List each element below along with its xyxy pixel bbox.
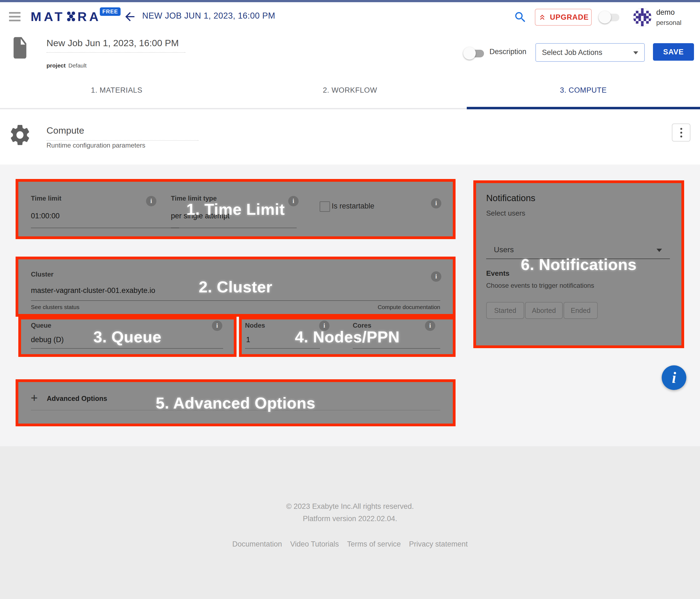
project-value: Default [68, 62, 87, 69]
user-meta[interactable]: demo personal [656, 9, 681, 26]
annotation-box-queue: Queue debug (D) 3. Queue [18, 317, 236, 357]
footer-link-terms[interactable]: Terms of service [347, 540, 401, 548]
time-limit-value[interactable]: 01:00:00 [31, 212, 59, 220]
events-label: Events [486, 269, 509, 278]
queue-label: Queue [31, 322, 51, 329]
tab-materials[interactable]: 1. MATERIALS [0, 71, 233, 109]
compute-subtitle: Runtime configuration parameters [47, 141, 146, 149]
page: MAT RA FREE NEW JOB JUN 1, 2023, 16:00 P… [0, 0, 700, 599]
job-actions-select[interactable]: Select Job Actions [535, 43, 645, 62]
annotation-label: 5. Advanced Options [18, 382, 453, 423]
annotation-box-advanced-options: Advanced Options 5. Advanced Options [16, 379, 455, 426]
cluster-info-icon[interactable] [431, 271, 441, 282]
help-info-fab[interactable] [662, 365, 686, 390]
annotation-label: 4. Nodes/PPN [242, 319, 453, 354]
chevron-down-icon[interactable] [656, 249, 662, 252]
footer: © 2023 Exabyte Inc.All rights reserved. … [0, 446, 700, 599]
event-button-ended[interactable]: Ended [564, 302, 598, 319]
advanced-options-label[interactable]: Advanced Options [47, 395, 107, 402]
job-header-row: New Job Jun 1, 2023, 16:00 PM projectDef… [0, 30, 700, 72]
compute-title: Compute [47, 125, 199, 141]
plus-icon[interactable] [29, 392, 40, 403]
upgrade-label: UPGRADE [550, 13, 589, 22]
see-clusters-status-link[interactable]: See clusters status [31, 304, 79, 310]
footer-link-video-tutorials[interactable]: Video Tutorials [290, 540, 339, 548]
time-limit-type-value[interactable]: per single attempt [171, 212, 230, 220]
job-actions-value: Select Job Actions [542, 48, 602, 57]
time-limit-type-label: Time limit type [171, 194, 217, 202]
tab-workflow[interactable]: 2. WORKFLOW [233, 71, 467, 109]
tab-compute[interactable]: 3. COMPUTE [467, 71, 700, 109]
avatar[interactable] [633, 8, 651, 26]
footer-link-privacy[interactable]: Privacy statement [409, 540, 468, 548]
notifications-subtitle: Select users [486, 209, 525, 217]
project-label: project [47, 62, 66, 69]
free-badge: FREE [100, 7, 120, 16]
description-label: Description [490, 48, 526, 56]
cluster-label: Cluster [31, 270, 54, 278]
platform-version-text: Platform version 2022.02.04. [0, 515, 700, 523]
annotation-box-cluster: Cluster master-vagrant-cluster-001.exaby… [16, 257, 455, 317]
logo-text-suffix: RA [77, 9, 101, 24]
annotation-box-nodes-ppn: Nodes 1 Cores 1 4. Nodes/PPN [239, 317, 455, 357]
copyright-text: © 2023 Exabyte Inc.All rights reserved. [0, 502, 700, 511]
compute-documentation-link[interactable]: Compute documentation [378, 304, 440, 310]
nodes-info-icon[interactable] [319, 320, 329, 331]
avatar-identicon [633, 8, 651, 26]
is-restartable-checkbox[interactable] [320, 201, 330, 212]
logo-3-icon [65, 11, 77, 22]
search-icon[interactable] [514, 10, 527, 24]
nodes-label: Nodes [245, 322, 265, 329]
job-title: New Job Jun 1, 2023, 16:00 PM [47, 38, 185, 53]
time-limit-label: Time limit [31, 194, 61, 202]
users-select[interactable]: Users [494, 245, 514, 254]
footer-link-documentation[interactable]: Documentation [232, 540, 282, 548]
logo[interactable]: MAT RA FREE [31, 8, 122, 25]
project-line: projectDefault [47, 62, 87, 69]
save-button[interactable]: SAVE [653, 43, 694, 61]
gear-icon [8, 123, 32, 148]
tab-active-indicator [467, 107, 700, 109]
queue-info-icon[interactable] [212, 320, 222, 331]
cores-info-icon[interactable] [425, 320, 435, 331]
notifications-title: Notifications [486, 193, 535, 203]
annotation-label: 6. Notifications [476, 183, 681, 345]
cluster-value[interactable]: master-vagrant-cluster-001.exabyte.io [31, 286, 155, 295]
event-button-started[interactable]: Started [486, 302, 524, 319]
event-button-aborted[interactable]: Aborted [525, 302, 563, 319]
top-accent-bar [0, 0, 700, 2]
app-header: MAT RA FREE NEW JOB JUN 1, 2023, 16:00 P… [0, 2, 700, 30]
logo-text-prefix: MAT [31, 9, 65, 24]
nodes-value[interactable]: 1 [246, 336, 250, 344]
queue-value[interactable]: debug (D) [31, 336, 64, 344]
user-account: personal [656, 19, 681, 26]
cores-value[interactable]: 1 [354, 336, 358, 344]
is-restartable-info-icon[interactable] [431, 198, 441, 209]
kebab-menu-button[interactable] [672, 124, 691, 141]
time-limit-type-info-icon[interactable] [288, 196, 299, 206]
header-job-title: NEW JOB JUN 1, 2023, 16:00 PM [142, 11, 275, 21]
user-name: demo [656, 9, 681, 16]
header-toggle[interactable] [600, 14, 619, 21]
is-restartable-label: Is restartable [332, 202, 374, 210]
document-icon [10, 35, 29, 61]
description-toggle[interactable] [464, 50, 484, 57]
compute-section-header: Compute Runtime configuration parameters [0, 109, 700, 164]
chevron-down-icon [633, 51, 638, 54]
double-chevron-up-icon [538, 13, 547, 22]
footer-links: Documentation Video Tutorials Terms of s… [0, 540, 700, 548]
time-limit-info-icon[interactable] [146, 196, 156, 206]
events-hint: Choose events to trigger notifications [486, 282, 594, 289]
annotation-box-notifications: Notifications Select users Users Events … [473, 180, 684, 348]
menu-icon[interactable] [9, 12, 21, 22]
cores-label: Cores [353, 322, 371, 329]
tab-bar: 1. MATERIALS 2. WORKFLOW 3. COMPUTE [0, 71, 700, 109]
annotation-label: 1. Time Limit [18, 182, 453, 236]
upgrade-button[interactable]: UPGRADE [535, 9, 592, 26]
back-icon[interactable] [123, 10, 137, 24]
annotation-box-time-limit: Time limit 01:00:00 Time limit type per … [16, 179, 455, 239]
